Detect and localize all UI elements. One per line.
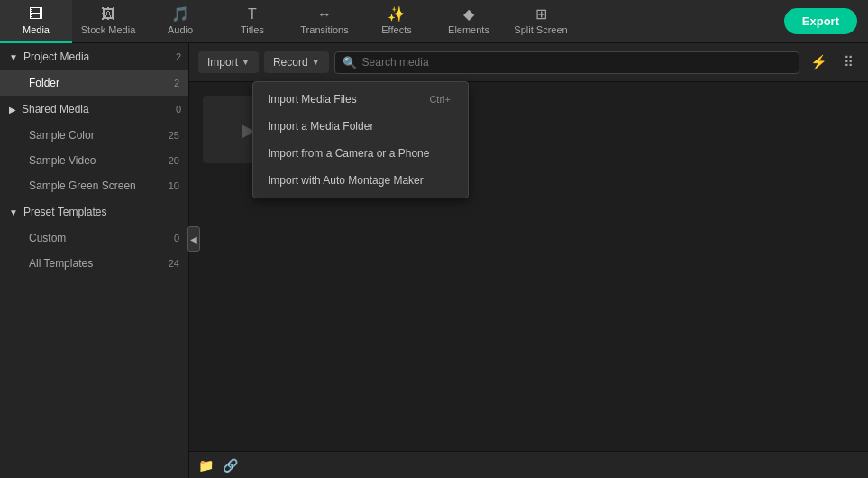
custom-count: 0 (174, 233, 179, 244)
sample-video-count: 20 (169, 155, 179, 166)
sidebar-collapse-button[interactable]: ◀ (187, 226, 200, 252)
record-dropdown-arrow: ▼ (312, 58, 320, 67)
nav-label-stock-media: Stock Media (81, 24, 136, 35)
media-icon: 🎞 (29, 6, 43, 23)
sidebar-section-label-shared-media: Shared Media (22, 103, 89, 115)
record-label: Record (273, 56, 308, 69)
import-media-files-label: Import Media Files (268, 93, 357, 106)
sidebar: ▼ Project Media 2 Folder 2 ▶ Shared Medi… (0, 43, 189, 478)
shared-media-count: 0 (176, 104, 181, 115)
sidebar-section-label-preset-templates: Preset Templates (23, 206, 107, 218)
top-nav: 🎞 Media 🖼 Stock Media 🎵 Audio T Titles ↔… (0, 0, 868, 43)
import-media-files-shortcut: Ctrl+I (429, 94, 453, 105)
chevron-down-icon-2: ▼ (9, 207, 18, 217)
main-layout: ▼ Project Media 2 Folder 2 ▶ Shared Medi… (0, 43, 868, 478)
sidebar-item-sample-color[interactable]: Sample Color 25 (0, 123, 188, 148)
split-screen-icon: ⊞ (535, 5, 547, 23)
grid-view-button[interactable]: ⠿ (838, 51, 859, 74)
transitions-icon: ↔ (317, 6, 332, 23)
link-icon[interactable]: 🔗 (223, 458, 238, 473)
nav-item-transitions[interactable]: ↔ Transitions (288, 0, 361, 43)
sidebar-item-folder[interactable]: Folder 2 (0, 70, 188, 96)
chevron-right-icon: ▶ (9, 105, 16, 115)
folder-label: Folder (29, 77, 59, 89)
import-button[interactable]: Import ▼ (198, 51, 259, 73)
sidebar-item-sample-green-screen[interactable]: Sample Green Screen 10 (0, 173, 188, 198)
sidebar-section-shared-media[interactable]: ▶ Shared Media 0 (0, 96, 188, 123)
toolbar: Import ▼ Record ▼ 🔍 ⚡ ⠿ Import Media Fil… (189, 43, 868, 82)
search-input[interactable] (362, 56, 791, 69)
import-label: Import (207, 56, 238, 69)
sample-color-label: Sample Color (29, 129, 95, 142)
nav-label-audio: Audio (168, 24, 193, 35)
filter-icon: ⚡ (810, 54, 827, 69)
export-button[interactable]: Export (784, 8, 857, 34)
import-dropdown-arrow: ▼ (242, 58, 250, 67)
sidebar-section-label-project-media: Project Media (23, 51, 89, 63)
custom-label: Custom (29, 232, 66, 244)
nav-item-split-screen[interactable]: ⊞ Split Screen (505, 0, 577, 43)
project-media-count: 2 (176, 51, 181, 62)
import-media-folder-label: Import a Media Folder (268, 120, 373, 133)
chevron-down-icon: ▼ (9, 52, 18, 62)
sidebar-item-custom[interactable]: Custom 0 (0, 225, 188, 251)
all-templates-count: 24 (169, 258, 179, 269)
sample-green-screen-label: Sample Green Screen (29, 179, 136, 192)
titles-icon: T (248, 6, 257, 23)
elements-icon: ◆ (463, 5, 474, 23)
nav-item-media[interactable]: 🎞 Media (0, 0, 72, 43)
nav-label-media: Media (23, 24, 50, 35)
all-templates-label: All Templates (29, 257, 93, 270)
sample-color-count: 25 (169, 130, 179, 141)
effects-icon: ✨ (388, 5, 406, 23)
dropdown-item-import-media-folder[interactable]: Import a Media Folder (253, 113, 468, 140)
nav-label-titles: Titles (241, 24, 264, 35)
record-button[interactable]: Record ▼ (264, 51, 329, 73)
import-camera-phone-label: Import from a Camera or a Phone (268, 147, 429, 160)
nav-item-stock-media[interactable]: 🖼 Stock Media (72, 0, 144, 43)
nav-item-audio[interactable]: 🎵 Audio (144, 0, 216, 43)
sidebar-section-project-media[interactable]: ▼ Project Media 2 (0, 43, 188, 70)
grid-icon: ⠿ (844, 54, 854, 69)
search-icon: 🔍 (343, 56, 357, 69)
audio-icon: 🎵 (171, 5, 189, 23)
search-box: 🔍 (334, 51, 799, 74)
filter-button[interactable]: ⚡ (805, 51, 833, 74)
nav-item-elements[interactable]: ◆ Elements (433, 0, 505, 43)
nav-label-elements: Elements (448, 24, 489, 35)
sidebar-item-all-templates[interactable]: All Templates 24 (0, 251, 188, 276)
nav-label-effects: Effects (381, 24, 411, 35)
nav-label-split-screen: Split Screen (514, 24, 567, 35)
stock-media-icon: 🖼 (101, 6, 115, 23)
folder-count: 2 (174, 78, 179, 88)
dropdown-item-import-media-files[interactable]: Import Media Files Ctrl+I (253, 86, 468, 113)
new-folder-icon[interactable]: 📁 (198, 458, 214, 473)
import-auto-montage-label: Import with Auto Montage Maker (268, 174, 424, 187)
nav-label-transitions: Transitions (300, 24, 348, 35)
sidebar-section-preset-templates[interactable]: ▼ Preset Templates (0, 198, 188, 225)
nav-item-effects[interactable]: ✨ Effects (361, 0, 433, 43)
import-dropdown-menu: Import Media Files Ctrl+I Import a Media… (252, 81, 469, 198)
sample-video-label: Sample Video (29, 154, 96, 167)
sidebar-item-sample-video[interactable]: Sample Video 20 (0, 148, 188, 173)
dropdown-item-import-camera-phone[interactable]: Import from a Camera or a Phone (253, 140, 468, 167)
content-area: Import ▼ Record ▼ 🔍 ⚡ ⠿ Import Media Fil… (189, 43, 868, 478)
bottom-bar: 📁 🔗 (189, 451, 868, 478)
nav-item-titles[interactable]: T Titles (216, 0, 288, 43)
sample-green-screen-count: 10 (169, 180, 179, 191)
dropdown-item-import-auto-montage[interactable]: Import with Auto Montage Maker (253, 167, 468, 194)
